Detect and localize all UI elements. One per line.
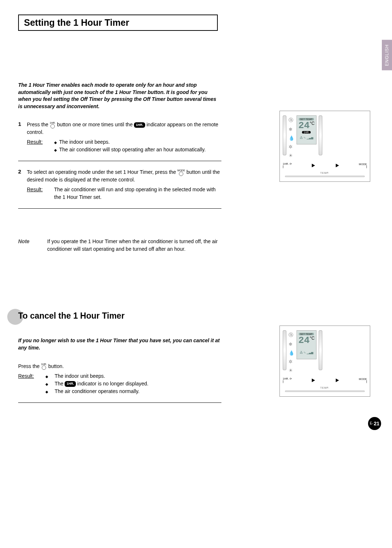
auto-icon: ⓐ [289,117,294,123]
mode-button[interactable] [366,165,367,168]
1hr-pill: 1HR. [302,131,311,134]
step-2: 2 To select an operating mode under the … [18,168,221,209]
text: To select an operating mode under the se… [27,169,177,175]
result-bullets: The indoor unit beeps. The air condition… [54,138,221,154]
bullet-text: The indoor unit beeps. [50,372,105,380]
arrow-icon [312,379,315,382]
arrow-icon [312,164,315,167]
heat-icon: ☀ [289,368,294,373]
mode-button-label: MODE [359,378,367,380]
lcd-screen: SET TEMP. 24°C ⁂ ∿ ▁▃▅ [297,330,317,359]
language-tab: ENGLISH [382,40,392,70]
1hr-indicator-icon: 1HR. [65,381,76,387]
dry-icon: 💧 [289,350,294,356]
dry-icon: 💧 [289,135,294,141]
1hr-button-icon: 1HR. [50,122,56,128]
fan-speed-icons: ⁂ ∿ ▁▃▅ [298,351,315,354]
temp-unit: °C [310,121,314,126]
cancel-heading: To cancel the 1 Hour Timer [18,311,221,321]
temp-strip [285,390,365,392]
page-number: E-21 [368,417,381,430]
result-label: Result: [27,186,54,201]
mode-icons: ⓐ ❄ 💧 ✲ ☀ [289,330,294,373]
step-body: Press the 1HR. button. Result: The indoo… [18,363,221,395]
title-box: Setting the 1 Hour Timer [18,15,218,31]
arrow-icon [336,164,339,167]
cancel-intro: If you no longer wish to use the 1 Hour … [18,337,221,351]
temp-value: 24 [298,335,310,346]
text: button. [48,363,64,369]
remote-illustration-1: ⓐ ❄ 💧 ✲ ☀ SET TEMP. 24°C 1HR. ⁂ ∿ ▁▃▅ [279,111,370,182]
remote-illustration-2: ⓐ ❄ 💧 ✲ ☀ SET TEMP. 24°C ⁂ ∿ ▁▃▅ [279,326,370,397]
1hr-button-icon: 1HR. [41,363,47,370]
button-row: 1HR. ⟳ MODE [283,377,367,383]
mode-button[interactable] [366,380,367,383]
step-body: To select an operating mode under the se… [27,168,221,201]
result-text: The air conditioner will run and stop op… [54,186,221,201]
result-bullets: The indoor unit beeps. The 1HR. indicato… [45,372,221,395]
fan-speed-icons: ⁂ ∿ ▁▃▅ [298,136,315,139]
note-text: If you operate the 1 Hour Timer when the… [47,238,221,253]
step-number: 2 [18,168,27,201]
auto-icon: ⓐ [289,332,294,338]
lcd-screen: SET TEMP. 24°C 1HR. ⁂ ∿ ▁▃▅ [297,115,317,144]
bullet-text: The 1HR. indicator is no longer displaye… [50,380,148,388]
bullet-text: The air conditioner will stop operating … [59,146,206,154]
temp-unit: °C [310,336,314,341]
result-label: Result: [27,138,54,154]
cancel-step: Press the 1HR. button. Result: The indoo… [18,363,221,403]
result-label: Result: [18,372,45,395]
mode-icons: ⓐ ❄ 💧 ✲ ☀ [289,115,294,158]
1hr-button[interactable] [283,165,283,168]
arrow-icon [336,379,339,382]
1hr-button[interactable] [283,380,283,383]
1hr-button-label: 1HR. [283,163,289,165]
page-title: Setting the 1 Hour Timer [24,17,212,28]
text: Press the [18,363,41,369]
note-row: Note If you operate the 1 Hour Timer whe… [18,238,221,253]
bullet-text: The air conditioner operates normally. [50,388,139,395]
1hr-indicator-icon: 1HR. [134,122,145,128]
temp-button-label: TEMP. [283,387,367,389]
bullet-text: The indoor unit beeps. [59,138,110,146]
step-1: 1 Press the 1HR. button one or more time… [18,121,221,161]
temp-button-label: TEMP. [283,172,367,174]
fan-icon: ✲ [289,144,294,150]
note-label: Note [18,238,47,253]
text: button one or more times until the [57,122,134,127]
button-row: 1HR. ⟳ MODE [283,163,367,168]
mode-button-icon: MODE [177,169,185,176]
cool-icon: ❄ [289,342,294,347]
text: Press the [27,122,50,127]
heat-icon: ☀ [289,153,294,158]
fan-icon: ✲ [289,359,294,364]
intro-paragraph: The 1 Hour Timer enables each mode to op… [18,82,221,110]
cool-icon: ❄ [289,127,294,132]
mode-button-label: MODE [359,163,367,165]
step-number: 1 [18,121,27,154]
temp-strip [285,176,365,177]
temp-value: 24 [298,120,310,131]
1hr-button-label: 1HR. [283,377,289,380]
main-content: The 1 Hour Timer enables each mode to op… [18,82,221,253]
step-body: Press the 1HR. button one or more times … [27,121,221,154]
cancel-section: To cancel the 1 Hour Timer If you no lon… [18,311,221,410]
